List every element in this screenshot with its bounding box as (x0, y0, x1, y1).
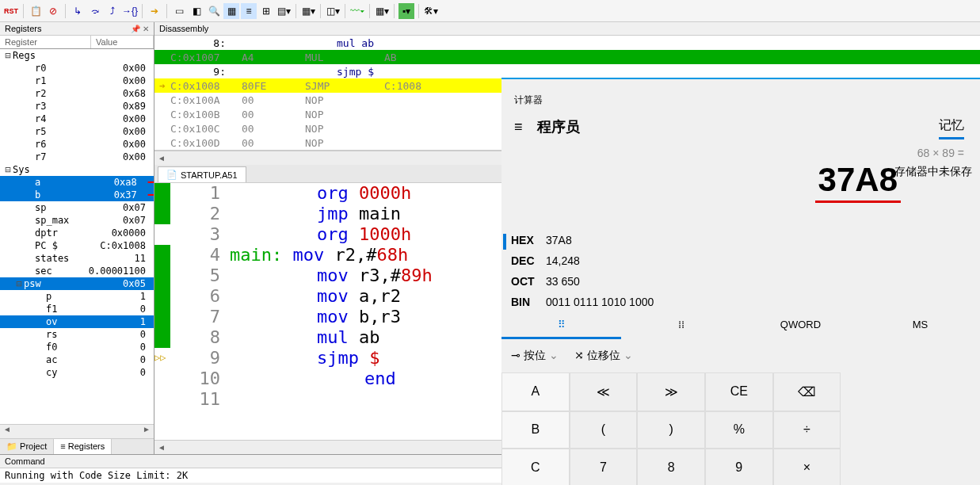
perf-icon[interactable]: ▦▾ (374, 3, 390, 19)
calc-app-title: 计算器 (514, 94, 543, 107)
key-7[interactable]: 7 (570, 449, 638, 485)
key-8[interactable]: 8 (637, 449, 705, 485)
memory-empty-msg: 存储器中未保存 (894, 165, 972, 179)
key-B[interactable]: B (501, 411, 570, 449)
key-×[interactable]: × (773, 449, 841, 485)
register-row[interactable]: f00 (0, 341, 154, 353)
calc-view-tabs: ⠿ ⁞⁞ QWORD MS (501, 317, 980, 339)
register-row[interactable]: sp0x07 (0, 201, 154, 214)
key-CE[interactable]: CE (705, 372, 773, 411)
hscroll[interactable]: ◄► (0, 424, 154, 438)
key-≫[interactable]: ≫ (637, 372, 705, 411)
register-row[interactable]: r00x00 (0, 62, 154, 74)
calc-mode-label: 程序员 (537, 117, 580, 136)
register-row[interactable]: dptr0x0000 (0, 227, 154, 239)
value-col[interactable]: Value (91, 36, 154, 48)
coverage-icon[interactable]: ▪▾ (398, 3, 414, 19)
register-row[interactable]: sp_max0x07 (0, 214, 154, 227)
hamburger-icon[interactable]: ≡ (514, 119, 523, 136)
tab-startup[interactable]: 📄STARTUP.A51 (158, 166, 246, 182)
register-row[interactable]: r70x00 (0, 151, 154, 163)
register-row[interactable]: r20x68 (0, 87, 154, 100)
register-row[interactable]: p1 (0, 290, 154, 303)
bp-disable-icon[interactable]: ⊘ (45, 3, 61, 19)
watch-icon[interactable]: ⊞ (258, 3, 274, 19)
base-bin[interactable]: BIN0011 0111 1010 1000 (511, 292, 654, 312)
key-C[interactable]: C (501, 449, 570, 485)
key-⌫[interactable]: ⌫ (773, 372, 841, 411)
key-%[interactable]: % (705, 411, 773, 449)
register-row[interactable]: ac0 (0, 353, 154, 366)
memory-icon[interactable]: ▤▾ (276, 3, 292, 19)
disasm-title-bar: Disassembly (154, 22, 980, 36)
calc-result[interactable]: 37A8 (815, 161, 901, 203)
key-A[interactable]: A (501, 372, 570, 411)
register-tree[interactable]: ⊟Regsr00x00r10x00r20x68r30x89r40x00r50x0… (0, 49, 154, 424)
step-out-icon[interactable]: ⤴ (105, 3, 120, 19)
keypad-tab[interactable]: ⠿ (501, 317, 621, 339)
register-row[interactable]: rs0 (0, 328, 154, 341)
base-hex[interactable]: HEX37A8 (511, 230, 654, 250)
registers-title: Registers (5, 24, 41, 33)
calc-keypad: A≪≫CE⌫B()%÷C789× (501, 372, 909, 485)
reset-icon[interactable]: RST (3, 3, 19, 19)
qword-tab[interactable]: QWORD (741, 317, 860, 339)
close-icon[interactable]: ✕ (143, 25, 149, 33)
register-header: Register Value (0, 36, 154, 49)
main-toolbar: RST 📋 ⊘ ↳ ⤼ ⤴ →{} ➔ ▭ ◧ 🔍 ▦ ≡ ⊞ ▤▾ ▦▾ ◫▾… (0, 0, 980, 22)
register-row[interactable]: r10x00 (0, 74, 154, 87)
register-row[interactable]: ov1 (0, 315, 154, 328)
disasm-window-icon[interactable]: ◧ (189, 3, 204, 19)
tools-icon[interactable]: 🛠▾ (423, 3, 439, 19)
disasm-line[interactable]: 8:mul ab (154, 36, 980, 50)
register-row[interactable]: ⊟Regs (0, 49, 154, 62)
symbols-icon[interactable]: 🔍 (206, 3, 222, 19)
bitwise-dropdown[interactable]: ⊸ 按位 (511, 349, 559, 363)
serial-icon[interactable]: ▦▾ (300, 3, 316, 19)
register-row[interactable]: ⊟Sys (0, 163, 154, 176)
pin-icon[interactable]: 📌 (131, 25, 140, 33)
key-9[interactable]: 9 (705, 449, 773, 485)
register-row[interactable]: sec0.00001100 (0, 265, 154, 277)
bitshift-dropdown[interactable]: ⤨ 位移位 (574, 349, 633, 363)
key-([interactable]: ( (570, 411, 638, 449)
disasm-line[interactable]: 9:sjmp $ (154, 64, 980, 78)
bit-toggle-tab[interactable]: ⁞⁞ (621, 317, 741, 339)
cmd-window-icon[interactable]: ▭ (171, 3, 187, 19)
run-icon[interactable]: ➔ (147, 3, 162, 19)
register-row[interactable]: r60x00 (0, 138, 154, 151)
key-≪[interactable]: ≪ (570, 372, 638, 411)
key-÷[interactable]: ÷ (773, 411, 841, 449)
memory-tab[interactable]: 记忆 (939, 117, 964, 139)
registers-icon[interactable]: ▦ (223, 3, 239, 19)
key-)[interactable]: ) (637, 411, 705, 449)
ms-tab[interactable]: MS (860, 317, 980, 339)
run-to-icon[interactable]: →{} (122, 3, 138, 19)
register-row[interactable]: a0xa8━ (0, 176, 154, 189)
logic-icon[interactable]: 〰▾ (349, 3, 365, 19)
registers-pane: Registers 📌 ✕ Register Value ⊟Regsr00x00… (0, 22, 154, 454)
analyzer-icon[interactable]: ◫▾ (325, 3, 341, 19)
calculator-window: 计算器 ≡ 程序员 记忆 68 × 89 = 37A8 存储器中未保存 HEX3… (501, 78, 980, 485)
step-in-icon[interactable]: ↳ (70, 3, 86, 19)
callstack-icon[interactable]: ≡ (241, 3, 257, 19)
register-row[interactable]: r50x00 (0, 125, 154, 138)
register-row[interactable]: r40x00 (0, 113, 154, 125)
base-oct[interactable]: OCT33 650 (511, 271, 654, 292)
tab-registers[interactable]: ≡ Registers (54, 439, 112, 454)
base-dec[interactable]: DEC14,248 (511, 250, 654, 271)
register-row[interactable]: f10 (0, 303, 154, 315)
bit-operations: ⊸ 按位 ⤨ 位移位 (511, 349, 633, 363)
register-col[interactable]: Register (0, 36, 91, 48)
tab-project[interactable]: 📁 Project (0, 439, 54, 454)
register-row[interactable]: states11 (0, 252, 154, 265)
disasm-line[interactable]: C:0x1007A4MULAB (154, 50, 980, 64)
register-row[interactable]: cy0 (0, 366, 154, 379)
register-row[interactable]: b0x37━ (0, 189, 154, 201)
register-row[interactable]: ⊟psw0x05 (0, 277, 154, 290)
register-row[interactable]: PC $C:0x1008 (0, 239, 154, 252)
step-over-icon[interactable]: ⤼ (87, 3, 103, 19)
register-row[interactable]: r30x89 (0, 100, 154, 113)
file-icon: 📄 (166, 170, 177, 180)
bp-list-icon[interactable]: 📋 (28, 3, 44, 19)
